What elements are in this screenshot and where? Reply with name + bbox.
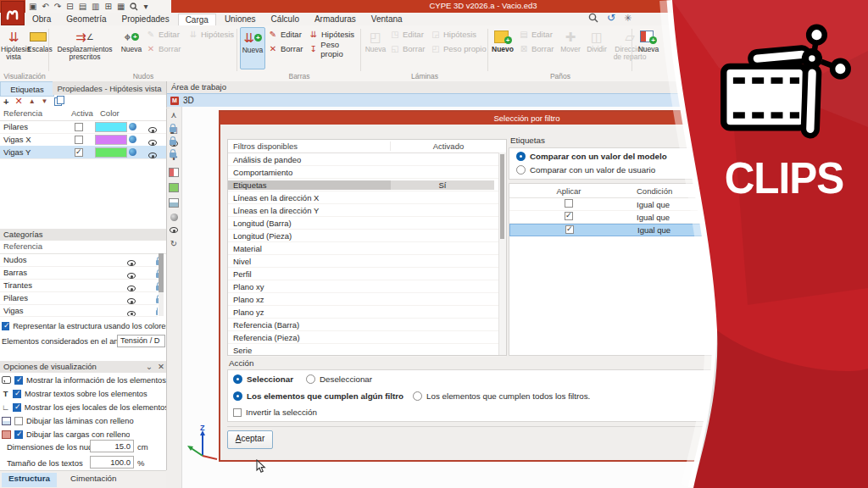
opt-mostrar-informacion[interactable]: Mostrar la información de los elementos: [0, 374, 166, 386]
radio-todos-filtros[interactable]: Los elementos que cumplen todos los filt…: [413, 391, 590, 401]
color-swatch[interactable]: [95, 135, 127, 145]
color-swatch[interactable]: [95, 147, 127, 158]
render-sphere-icon[interactable]: [170, 214, 178, 221]
activa-checkbox[interactable]: [75, 136, 83, 144]
tab-estructura[interactable]: Estructura: [2, 473, 57, 487]
filter-row[interactable]: Comportamiento: [228, 166, 506, 179]
filter-row[interactable]: Análisis de pandeo: [228, 153, 506, 166]
representar-checkbox[interactable]: [2, 322, 9, 330]
barras-editar-button[interactable]: ✎Editar: [268, 28, 302, 41]
checkbox[interactable]: [14, 430, 23, 439]
categoria-row-nudos[interactable]: Nudos: [0, 253, 158, 267]
rotate-3d-icon[interactable]: ↻: [170, 239, 177, 248]
filter-row[interactable]: Perfil: [228, 268, 506, 280]
window-green-icon[interactable]: [169, 183, 179, 192]
tab-3d[interactable]: M 3D: [166, 93, 868, 108]
filter-row[interactable]: Serie: [228, 344, 506, 357]
perspective-icon[interactable]: ⋏: [170, 110, 176, 119]
tamano-textos-input[interactable]: 100.0: [90, 456, 134, 469]
opt-mostrar-ejes[interactable]: ∟ Mostrar los ejes locales de los elemen…: [0, 401, 166, 413]
globe-icon[interactable]: [129, 148, 136, 156]
invertir-seleccion-option[interactable]: Invertir la selección: [233, 408, 317, 417]
eye-icon[interactable]: [127, 273, 136, 279]
desplazamientos-button[interactable]: ⇉∠ Desplazamientos prescritos: [53, 27, 117, 61]
aceptar-button[interactable]: Aceptar: [227, 430, 273, 449]
categoria-row-pilares[interactable]: Pilares: [0, 291, 158, 305]
representar-option[interactable]: Representar la estructura usando los col…: [0, 319, 166, 332]
escalas-button[interactable]: Escalas: [27, 27, 48, 53]
label-row-vigas-y[interactable]: Vigas Y: [0, 146, 166, 159]
etiqueta-row-selected[interactable]: Igual que: [509, 224, 832, 236]
search-icon[interactable]: [588, 13, 598, 23]
filter-row[interactable]: Longitud (Barra): [228, 217, 506, 230]
filters-scrollbar[interactable]: [498, 152, 506, 355]
menu-ventana[interactable]: Ventana: [364, 14, 409, 25]
activa-checkbox[interactable]: [75, 148, 83, 157]
filter-row[interactable]: Plano xy: [228, 280, 506, 293]
move-up-icon[interactable]: ▲: [29, 97, 36, 105]
lock-icon[interactable]: [170, 140, 176, 145]
menu-calculo[interactable]: Cálculo: [264, 14, 306, 25]
filter-row[interactable]: Longitud (Pieza): [228, 230, 506, 242]
eye-icon[interactable]: [127, 311, 136, 317]
copy-icon[interactable]: ▥: [92, 0, 99, 13]
globe-icon[interactable]: [129, 123, 136, 130]
menu-armaduras[interactable]: Armaduras: [308, 14, 363, 25]
menu-carga[interactable]: Carga: [178, 14, 216, 25]
etiqueta-row[interactable]: Igual que: [509, 198, 832, 211]
panos-nuevo-button[interactable]: + Nuevo: [490, 27, 515, 53]
barras-borrar-button[interactable]: ✕Borrar: [268, 42, 303, 55]
label-row-pilares[interactable]: Pilares: [0, 120, 166, 134]
checkbox[interactable]: [14, 417, 23, 425]
aplicar-checkbox[interactable]: [565, 199, 573, 208]
categoria-row-vigas[interactable]: Vigas: [0, 304, 158, 317]
opt-dibujar-laminas[interactable]: Dibujar las láminas con relleno: [0, 414, 166, 427]
collapse-icon[interactable]: ⌄: [146, 362, 153, 371]
aplicar-checkbox[interactable]: [565, 212, 573, 220]
tab-cimentacion[interactable]: Cimentación: [64, 473, 123, 487]
print-icon[interactable]: ⊟: [66, 0, 73, 13]
filter-row[interactable]: Líneas en la dirección Y: [228, 204, 506, 217]
delete-icon[interactable]: ✕: [14, 96, 22, 107]
checkbox[interactable]: [14, 376, 23, 385]
categoria-row-tirantes[interactable]: Tirantes: [0, 279, 158, 292]
categoria-row-barras[interactable]: Barras: [0, 266, 158, 280]
undo-icon[interactable]: ↶: [42, 0, 48, 13]
radio-comparar-usuario[interactable]: Comparar con un valor de usuario: [516, 165, 655, 175]
add-icon[interactable]: +: [3, 97, 8, 107]
filter-row[interactable]: Líneas en la dirección X: [228, 191, 506, 204]
opt-mostrar-textos[interactable]: T Mostrar textos sobre los elementos: [0, 387, 166, 400]
filter-row[interactable]: Nivel: [228, 255, 506, 268]
settings-icon[interactable]: ✳: [624, 13, 632, 24]
hipotesis-vista-button[interactable]: ⇊ Hipótesis vista: [1, 27, 26, 61]
scrollbar-thumb[interactable]: [159, 253, 164, 292]
globe-icon[interactable]: [129, 136, 136, 143]
barras-nueva-button[interactable]: ⇊+ Nueva: [240, 27, 265, 69]
filter-row[interactable]: Referencia (Barra): [228, 319, 506, 331]
redo-icon[interactable]: ↷: [54, 0, 61, 13]
window-split-icon[interactable]: [169, 198, 179, 208]
tab-propiedades-hipotesis-vista[interactable]: Propiedades - Hipótesis vista: [53, 81, 166, 95]
dialog-title[interactable]: Selección por filtro: [220, 112, 833, 125]
categorias-scrollbar[interactable]: [159, 253, 164, 316]
lock-icon[interactable]: [170, 152, 176, 158]
scrollbar-thumb[interactable]: [500, 154, 504, 239]
elementos-dropdown[interactable]: Tensión / D: [117, 335, 165, 347]
eye-icon[interactable]: [127, 260, 136, 266]
invertir-checkbox[interactable]: [233, 408, 242, 417]
filter-row[interactable]: Plano yz: [228, 306, 506, 319]
radio-algun-filtro[interactable]: Los elementos que cumplen algún filtro: [233, 391, 403, 401]
eye-icon[interactable]: [148, 140, 157, 146]
window-icon[interactable]: ▦: [117, 0, 125, 13]
filter-row-etiquetas[interactable]: EtiquetasSí: [228, 179, 506, 191]
filter-row[interactable]: Material: [228, 242, 506, 255]
copy-icon[interactable]: [54, 97, 62, 106]
radio-seleccionar[interactable]: Seleccionar: [233, 374, 293, 384]
export-icon[interactable]: ▤: [79, 0, 86, 13]
move-down-icon[interactable]: ▼: [42, 97, 48, 105]
eye-icon[interactable]: [148, 127, 157, 133]
color-swatch[interactable]: [95, 122, 127, 132]
filter-row[interactable]: Referencia (Pieza): [228, 331, 506, 344]
aplicar-checkbox[interactable]: [565, 225, 574, 234]
hide-icon[interactable]: [170, 227, 178, 233]
